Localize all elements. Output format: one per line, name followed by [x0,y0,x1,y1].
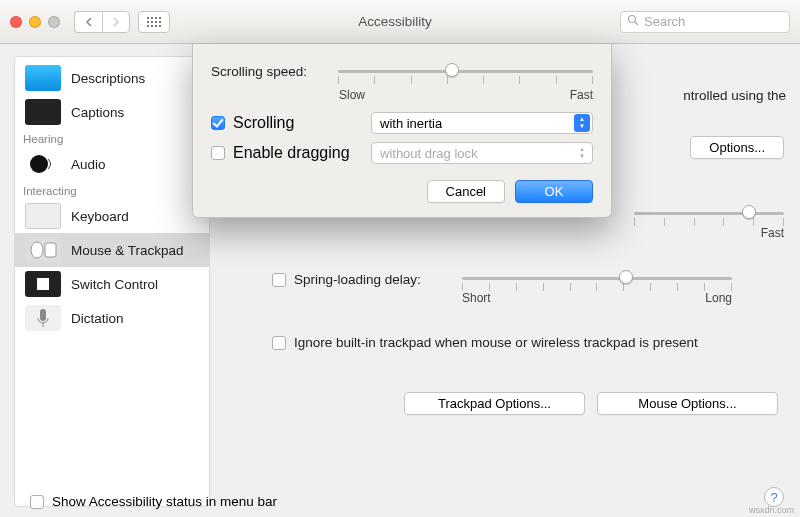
trackpad-options-button[interactable]: Trackpad Options... [404,392,585,415]
options-button[interactable]: Options... [690,136,784,159]
long-label: Long [705,291,732,305]
enable-dragging-label: Enable dragging [233,144,350,162]
ignore-trackpad-row: Ignore built-in trackpad when mouse or w… [272,334,784,352]
sidebar-item-captions[interactable]: Captions [15,95,209,129]
chevron-right-icon [112,17,120,27]
sidebar-item-label: Descriptions [71,71,145,86]
show-all-button[interactable] [138,11,170,33]
sidebar-item-label: Captions [71,105,124,120]
grid-icon [147,17,161,27]
help-button[interactable]: ? [764,487,784,507]
cancel-button[interactable]: Cancel [427,180,505,203]
tracking-speed-slider[interactable] [634,202,784,224]
svg-point-3 [31,242,43,258]
scrolling-speed-label: Scrolling speed: [211,64,326,79]
dragging-mode-popup: without drag lock ▲▼ [371,142,593,164]
search-placeholder: Search [644,14,685,29]
minimize-window-button[interactable] [29,16,41,28]
sidebar-item-switch-control[interactable]: Switch Control [15,267,209,301]
scrolling-speed-slider[interactable] [338,60,593,82]
short-label: Short [462,291,491,305]
search-icon [627,14,639,29]
popup-arrows-icon: ▲▼ [574,114,590,132]
sidebar-item-label: Dictation [71,311,124,326]
sidebar: Descriptions Captions Hearing Audio Inte… [14,56,210,507]
captions-icon [25,99,61,125]
search-field[interactable]: Search [620,11,790,33]
zoom-window-button [48,16,60,28]
popup-arrows-icon: ▲▼ [574,144,590,162]
watermark: wsxdn.com [749,505,794,515]
sidebar-item-descriptions[interactable]: Descriptions [15,61,209,95]
ignore-trackpad-checkbox[interactable] [272,336,286,350]
mouse-options-button[interactable]: Mouse Options... [597,392,778,415]
sidebar-item-label: Switch Control [71,277,158,292]
svg-rect-4 [45,243,56,257]
sidebar-item-label: Keyboard [71,209,129,224]
enable-dragging-checkbox[interactable] [211,146,225,160]
status-menubar-label: Show Accessibility status in menu bar [52,494,277,509]
scrolling-checkbox[interactable] [211,116,225,130]
sidebar-item-dictation[interactable]: Dictation [15,301,209,335]
scrolling-mode-value: with inertia [380,116,442,131]
sidebar-item-mouse-trackpad[interactable]: Mouse & Trackpad [15,233,209,267]
ignore-trackpad-label: Ignore built-in trackpad when mouse or w… [294,334,698,352]
dragging-mode-value: without drag lock [380,146,478,161]
spring-loading-checkbox[interactable] [272,273,286,287]
sidebar-group-hearing: Hearing [15,129,209,147]
sidebar-item-label: Mouse & Trackpad [71,243,184,258]
svg-line-1 [635,22,638,25]
svg-point-0 [629,16,636,23]
sidebar-group-interacting: Interacting [15,181,209,199]
fast-label: Fast [570,88,593,102]
chevron-left-icon [85,17,93,27]
close-window-button[interactable] [10,16,22,28]
slow-label: Slow [339,88,365,102]
mouse-icon [25,237,61,263]
sidebar-item-keyboard[interactable]: Keyboard [15,199,209,233]
fast-label: Fast [761,226,784,240]
svg-rect-5 [40,309,46,321]
descriptions-icon [25,65,61,91]
keyboard-icon [25,203,61,229]
status-menubar-checkbox[interactable] [30,495,44,509]
switch-control-icon [25,271,61,297]
nav-buttons [74,11,130,33]
truncated-text: ntrolled using the [683,88,786,103]
scrolling-mode-popup[interactable]: with inertia ▲▼ [371,112,593,134]
titlebar: Accessibility Search [0,0,800,44]
dictation-icon [25,305,61,331]
window-title: Accessibility [178,14,612,29]
sidebar-item-label: Audio [71,157,106,172]
spring-loading-label: Spring-loading delay: [294,272,421,287]
audio-icon [25,151,61,177]
forward-button[interactable] [102,11,130,33]
window-controls [10,16,60,28]
scrolling-label: Scrolling [233,114,294,132]
spring-loading-slider[interactable] [462,267,732,289]
svg-point-2 [30,155,48,173]
sidebar-item-audio[interactable]: Audio [15,147,209,181]
back-button[interactable] [74,11,102,33]
trackpad-options-sheet: Scrolling speed: SlowFast Scrolling with… [192,44,612,218]
ok-button[interactable]: OK [515,180,593,203]
